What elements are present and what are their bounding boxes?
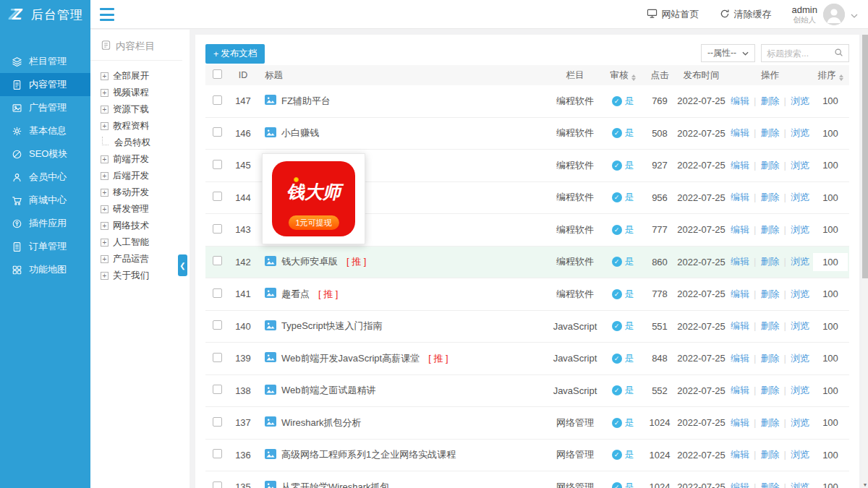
scrollbar-thumb[interactable]	[862, 35, 868, 278]
view-link[interactable]: 浏览	[791, 288, 809, 299]
edit-link[interactable]: 编辑	[731, 449, 749, 460]
delete-link[interactable]: 删除	[761, 417, 780, 428]
row-title[interactable]: FZ辅助平台	[281, 95, 331, 108]
row-sort-value[interactable]: 100	[822, 128, 838, 139]
image-thumbnail-icon[interactable]	[265, 481, 276, 488]
publish-document-button[interactable]: +发布文档	[205, 44, 265, 64]
view-link[interactable]: 浏览	[791, 127, 809, 138]
view-link[interactable]: 浏览	[791, 449, 809, 460]
image-thumbnail-icon[interactable]	[265, 416, 276, 429]
edit-link[interactable]: 编辑	[731, 95, 749, 106]
edit-link[interactable]: 编辑	[731, 288, 749, 299]
sidebar-item-cart[interactable]: 商城中心	[0, 189, 90, 212]
sidebar-item-map[interactable]: 功能地图	[0, 258, 90, 281]
attribute-filter-select[interactable]: --属性--	[701, 44, 755, 62]
delete-link[interactable]: 删除	[761, 385, 780, 395]
category-tree-item[interactable]: + 全部展开	[101, 68, 190, 85]
category-tree-item[interactable]: 会员特权	[101, 134, 190, 151]
row-sort-value[interactable]: 100	[822, 385, 838, 396]
sidebar-item-ad[interactable]: 广告管理	[0, 96, 90, 119]
image-thumbnail-icon[interactable]	[265, 320, 276, 333]
user-menu[interactable]: admin 创始人	[792, 4, 858, 25]
row-sort-value[interactable]: 100	[822, 224, 838, 235]
row-title[interactable]: 趣看点	[281, 288, 310, 301]
expand-plus-icon[interactable]: +	[101, 189, 109, 197]
expand-plus-icon[interactable]: +	[101, 205, 109, 213]
edit-link[interactable]: 编辑	[731, 256, 749, 267]
scrollbar-down-arrow-icon[interactable]: ▼	[862, 482, 868, 487]
row-title[interactable]: 高级网络工程师系列1之企业网络实战课程	[281, 448, 456, 461]
delete-link[interactable]: 删除	[761, 256, 780, 267]
row-sort-value[interactable]: 100	[822, 321, 838, 332]
sidebar-item-gear[interactable]: 基本信息	[0, 119, 90, 142]
row-checkbox[interactable]	[213, 224, 222, 234]
row-sort-value[interactable]: 100	[822, 481, 838, 488]
row-title[interactable]: TypeScript快速入门指南	[281, 320, 382, 333]
category-tree-item[interactable]: + 人工智能	[101, 234, 190, 251]
image-thumbnail-icon[interactable]	[265, 95, 276, 107]
expand-plus-icon[interactable]: +	[101, 155, 109, 163]
row-checkbox[interactable]	[213, 320, 222, 330]
clear-cache-button[interactable]: 清除缓存	[720, 8, 772, 21]
select-all-checkbox[interactable]	[213, 69, 222, 79]
row-title[interactable]: Web前端之面试题精讲	[281, 384, 376, 397]
panel-collapse-button[interactable]: ❮	[178, 254, 187, 276]
row-checkbox[interactable]	[213, 353, 222, 362]
view-link[interactable]: 浏览	[791, 224, 809, 235]
view-link[interactable]: 浏览	[791, 256, 809, 267]
edit-link[interactable]: 编辑	[731, 385, 749, 395]
edit-link[interactable]: 编辑	[731, 417, 749, 428]
view-link[interactable]: 浏览	[791, 95, 809, 106]
view-link[interactable]: 浏览	[791, 353, 809, 364]
edit-link[interactable]: 编辑	[731, 320, 749, 331]
view-link[interactable]: 浏览	[791, 385, 809, 395]
row-title[interactable]: Web前端开发JavaScript高薪课堂	[281, 352, 420, 365]
sidebar-item-member[interactable]: 会员中心	[0, 166, 90, 189]
category-tree-item[interactable]: + 视频课程	[101, 85, 190, 101]
expand-plus-icon[interactable]: +	[101, 72, 109, 80]
expand-plus-icon[interactable]: +	[101, 222, 109, 230]
sidebar-item-order[interactable]: 订单管理	[0, 235, 90, 258]
image-thumbnail-icon[interactable]	[265, 352, 276, 364]
title-search-input[interactable]	[767, 48, 834, 59]
col-header-sort[interactable]: 排序	[812, 69, 849, 82]
row-title[interactable]: Wireshark抓包分析	[281, 416, 362, 429]
edit-link[interactable]: 编辑	[731, 224, 749, 235]
delete-link[interactable]: 删除	[761, 192, 780, 202]
row-checkbox[interactable]	[213, 95, 222, 105]
row-sort-value[interactable]: 100	[822, 353, 838, 364]
expand-plus-icon[interactable]: +	[101, 89, 109, 97]
row-sort-value[interactable]: 100	[822, 160, 838, 171]
row-checkbox[interactable]	[213, 449, 222, 458]
category-tree-item[interactable]: + 教程资料	[101, 118, 190, 134]
scrollbar-track[interactable]: ▼	[862, 29, 868, 488]
image-thumbnail-icon[interactable]	[265, 127, 276, 140]
row-sort-value[interactable]: 100	[822, 417, 838, 428]
row-sort-value[interactable]: 100	[822, 192, 838, 203]
row-title[interactable]: 小白赚钱	[281, 127, 319, 140]
view-link[interactable]: 浏览	[791, 160, 809, 171]
category-tree-item[interactable]: + 关于我们	[101, 267, 190, 284]
search-icon[interactable]	[834, 48, 843, 59]
view-link[interactable]: 浏览	[791, 192, 809, 202]
sidebar-item-seo[interactable]: SEO模块	[0, 142, 90, 166]
row-checkbox[interactable]	[213, 192, 222, 201]
delete-link[interactable]: 删除	[761, 95, 780, 106]
delete-link[interactable]: 删除	[761, 160, 780, 171]
delete-link[interactable]: 删除	[761, 481, 780, 488]
expand-plus-icon[interactable]: +	[101, 239, 109, 247]
site-home-button[interactable]: 网站首页	[647, 8, 699, 21]
category-tree-item[interactable]: + 网络技术	[101, 218, 190, 234]
delete-link[interactable]: 删除	[761, 320, 780, 331]
delete-link[interactable]: 删除	[761, 353, 780, 364]
row-checkbox[interactable]	[213, 288, 222, 298]
row-checkbox[interactable]	[213, 385, 222, 394]
view-link[interactable]: 浏览	[791, 481, 809, 488]
view-link[interactable]: 浏览	[791, 320, 809, 331]
expand-plus-icon[interactable]: +	[101, 122, 109, 130]
view-link[interactable]: 浏览	[791, 417, 809, 428]
row-sort-value[interactable]: 100	[822, 450, 838, 461]
row-sort-value[interactable]: 100	[813, 253, 848, 271]
category-tree-item[interactable]: + 前端开发	[101, 151, 190, 168]
image-thumbnail-icon[interactable]	[265, 288, 276, 300]
